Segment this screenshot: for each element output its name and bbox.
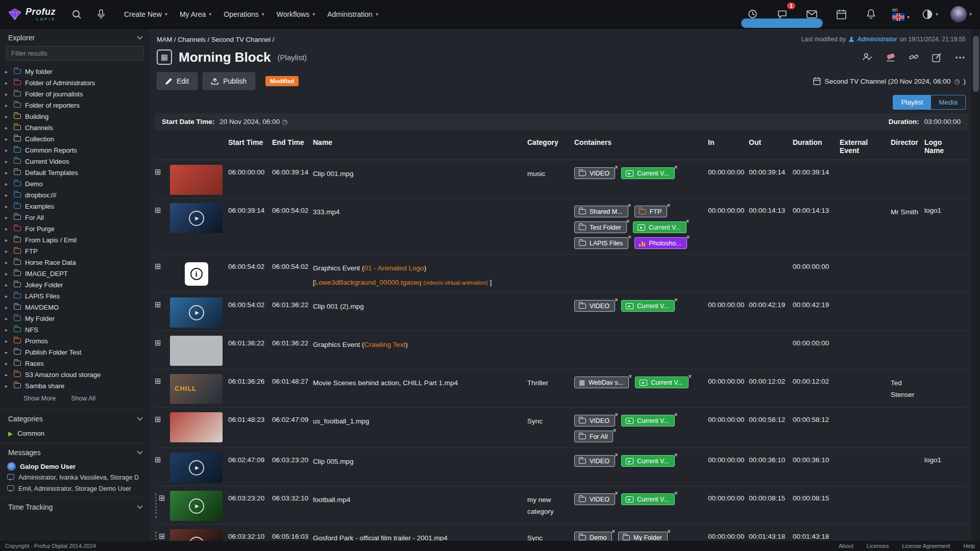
thumbnail[interactable]: ▶ xyxy=(170,297,223,328)
more-options-icon[interactable]: ⋯ xyxy=(955,51,966,63)
last-modified-user[interactable]: Administrator xyxy=(857,36,897,43)
chip-remove-icon[interactable]: × xyxy=(615,296,618,304)
expand-arrow-icon[interactable]: ▸ xyxy=(5,372,10,378)
thumbnail[interactable] xyxy=(170,412,223,442)
message-item[interactable]: Administrator, Ivanka Vassileva, Storage… xyxy=(0,472,150,483)
show-more-link[interactable]: Show More xyxy=(23,395,56,402)
time-tracking-section-header[interactable]: Time Tracking xyxy=(0,497,150,515)
chip-remove-icon[interactable]: × xyxy=(615,164,618,171)
calendar-icon[interactable] xyxy=(833,6,850,23)
container-chip-current-v[interactable]: ▶Current V...× xyxy=(621,300,675,312)
expand-arrow-icon[interactable]: ▸ xyxy=(5,147,10,153)
sidebar-item-building[interactable]: ▸Building xyxy=(0,111,150,122)
edit-icon[interactable] xyxy=(932,53,942,62)
footer-link-license-agreement[interactable]: License Agreement xyxy=(902,543,950,549)
expand-arrow-icon[interactable]: ▸ xyxy=(5,293,10,299)
sidebar-item-default-templates[interactable]: ▸Default Templates xyxy=(0,167,150,178)
chip-remove-icon[interactable]: × xyxy=(626,218,630,225)
container-chip-current-v[interactable]: ▶Current V...× xyxy=(621,493,675,505)
expand-arrow-icon[interactable]: ▸ xyxy=(5,226,10,232)
sidebar-item-from-lapis-emil[interactable]: ▸From Lapis / Emil xyxy=(0,234,150,245)
thumbnail[interactable]: ▶ xyxy=(170,491,223,521)
menu-administration[interactable]: Administration▾ xyxy=(323,6,382,22)
chip-remove-icon[interactable]: × xyxy=(615,452,618,459)
sidebar-item-jokey-folder[interactable]: ▸Jokey Folder xyxy=(0,279,150,290)
expand-arrow-icon[interactable]: ▸ xyxy=(5,170,10,176)
sidebar-item-dropbox[interactable]: ▸dropbox:/// xyxy=(0,189,150,201)
expand-arrow-icon[interactable]: ▸ xyxy=(5,327,10,333)
chip-remove-icon[interactable]: × xyxy=(687,234,690,241)
expand-arrow-icon[interactable]: ▸ xyxy=(5,125,10,131)
expand-icon[interactable]: ⊞ xyxy=(159,493,165,503)
sidebar-item-examples[interactable]: ▸Examples xyxy=(0,201,150,212)
container-chip-current-v[interactable]: ▶Current V...× xyxy=(621,415,675,427)
chip-remove-icon[interactable]: × xyxy=(667,202,670,209)
container-chip-for-all[interactable]: For All× xyxy=(574,431,613,442)
container-chip-current-v[interactable]: ▶Current V...× xyxy=(633,221,687,233)
expand-icon[interactable]: ⊞ xyxy=(155,377,161,386)
expand-arrow-icon[interactable]: ▸ xyxy=(5,248,10,254)
expand-icon[interactable]: ⊞ xyxy=(155,338,161,347)
container-chip-test-folder[interactable]: Test Folder× xyxy=(574,221,627,233)
thumbnail[interactable]: i xyxy=(170,259,223,289)
name-link[interactable]: Crawling Text xyxy=(364,341,406,348)
tab-media[interactable]: Media xyxy=(930,95,965,109)
explorer-section-header[interactable]: Explorer xyxy=(0,29,150,46)
container-chip-current-v[interactable]: ▶Current V...× xyxy=(635,377,689,388)
expand-arrow-icon[interactable]: ▸ xyxy=(5,349,10,355)
breadcrumb[interactable]: MAM / Channels / Second TV Channel / xyxy=(157,36,274,43)
scrollbar-thumb[interactable] xyxy=(973,36,979,92)
sidebar-item-lapis-files[interactable]: ▸LAPIS Files xyxy=(0,290,150,302)
sidebar-item-mavdemo[interactable]: ▸MAVDEMO xyxy=(0,302,150,313)
expand-arrow-icon[interactable]: ▸ xyxy=(5,204,10,209)
expand-arrow-icon[interactable]: ▸ xyxy=(5,181,10,187)
expand-icon[interactable]: ⊞ xyxy=(155,455,161,464)
language-selector[interactable]: en ▾ xyxy=(892,7,910,21)
thumbnail[interactable] xyxy=(170,165,223,195)
expand-arrow-icon[interactable]: ▸ xyxy=(5,159,10,164)
expand-icon[interactable]: ⊞ xyxy=(155,167,161,177)
chip-remove-icon[interactable]: × xyxy=(612,427,616,434)
container-chip-current-v[interactable]: ▶Current V...× xyxy=(621,167,675,179)
chip-remove-icon[interactable]: × xyxy=(674,164,678,171)
expand-icon[interactable]: ⊞ xyxy=(155,300,161,309)
container-chip-lapis-files[interactable]: LAPIS Files× xyxy=(574,237,628,249)
link-icon[interactable] xyxy=(909,52,919,62)
name-link[interactable]: (video/x-virtual-animation) xyxy=(423,280,488,286)
expand-arrow-icon[interactable]: ▸ xyxy=(5,260,10,265)
expand-arrow-icon[interactable]: ▸ xyxy=(5,282,10,288)
chip-remove-icon[interactable]: × xyxy=(628,202,631,209)
category-item-common[interactable]: ▶Common xyxy=(0,427,150,440)
user-menu[interactable]: ▾ xyxy=(950,6,972,22)
chip-remove-icon[interactable]: × xyxy=(667,528,671,535)
drag-handle[interactable] xyxy=(155,493,157,518)
sidebar-item-collection[interactable]: ▸Collection xyxy=(0,133,150,144)
expand-arrow-icon[interactable]: ▸ xyxy=(5,114,10,119)
sidebar-item-image-dept[interactable]: ▸IMAGE_DEPT xyxy=(0,268,150,279)
sidebar-item-my-folder[interactable]: ▸My Folder xyxy=(0,313,150,324)
sidebar-item-common-reports[interactable]: ▸Common Reports xyxy=(0,144,150,156)
container-chip-ftp[interactable]: FTP× xyxy=(634,206,668,217)
thumbnail[interactable]: ▶ xyxy=(170,529,223,541)
sidebar-item-publish-folder-test[interactable]: ▸Publish Folder Test xyxy=(0,346,150,358)
sidebar-item-s3-amazon-cloud-storage[interactable]: ▸S3 Amazon cloud storage xyxy=(0,369,150,380)
expand-icon[interactable]: ⊞ xyxy=(155,206,161,215)
sidebar-item-my-folder[interactable]: ▸My folder xyxy=(0,66,150,77)
chip-remove-icon[interactable]: × xyxy=(674,296,678,304)
message-item[interactable]: Emil, Administrator, Storage Demo User xyxy=(0,483,150,494)
messages-section-header[interactable]: Messages xyxy=(0,443,150,461)
sidebar-item-for-all[interactable]: ▸For All xyxy=(0,212,150,223)
expand-icon[interactable]: ⊞ xyxy=(155,415,161,424)
show-all-link[interactable]: Show All xyxy=(71,395,95,402)
expand-arrow-icon[interactable]: ▸ xyxy=(5,383,10,389)
expand-arrow-icon[interactable]: ▸ xyxy=(5,80,10,86)
drag-handle[interactable] xyxy=(155,532,157,541)
app-logo[interactable]: Profuz LAPIS xyxy=(8,7,56,21)
name-link[interactable]: Lowe3dBackgraund_00000.tgaseq xyxy=(315,279,422,286)
expand-arrow-icon[interactable]: ▸ xyxy=(5,338,10,344)
chip-remove-icon[interactable]: × xyxy=(674,411,678,418)
scrollbar[interactable] xyxy=(971,29,980,541)
search-icon[interactable] xyxy=(68,6,85,23)
edit-button[interactable]: Edit xyxy=(157,72,198,90)
sidebar-item-nfs[interactable]: ▸NFS xyxy=(0,324,150,335)
